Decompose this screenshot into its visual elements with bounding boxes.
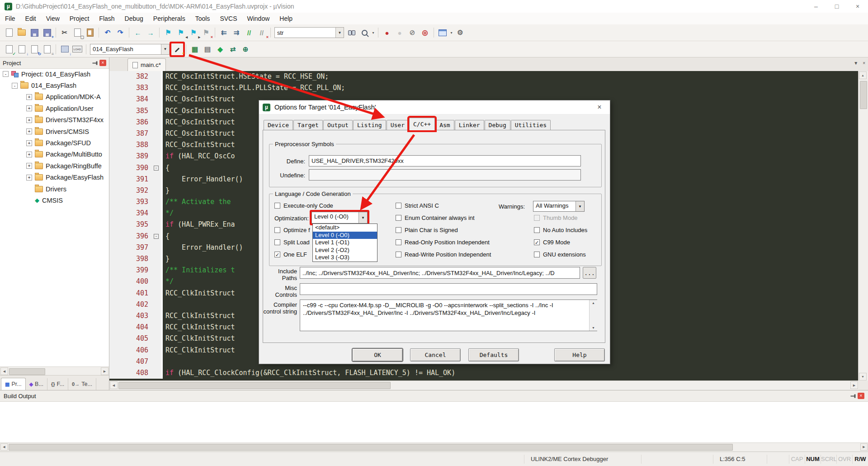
- tree-item-drivers-cmsis[interactable]: +Drivers/CMSIS: [0, 126, 109, 137]
- translate-icon[interactable]: ✓: [3, 43, 15, 55]
- dropdown-arrow-icon[interactable]: ▼: [359, 212, 367, 223]
- tab-list-chevron-icon[interactable]: ▼: [854, 61, 858, 66]
- checkbox-split-load[interactable]: Split Load: [274, 239, 310, 246]
- build-output-close-icon[interactable]: ×: [858, 393, 864, 399]
- checkbox-strict-ansi-c[interactable]: Strict ANSI C: [396, 202, 439, 209]
- menu-tools[interactable]: Tools: [190, 13, 215, 24]
- menu-svcs[interactable]: SVCS: [215, 13, 242, 24]
- scroll-right-icon[interactable]: ▶: [101, 367, 108, 375]
- dialog-tab-output[interactable]: Output: [323, 120, 353, 130]
- tree-item-package-easyflash[interactable]: +Package/EasyFlash: [0, 172, 109, 183]
- disable-all-breakpoints-icon[interactable]: ⊘: [406, 27, 418, 38]
- menu-peripherals[interactable]: Peripherals: [148, 13, 190, 24]
- close-button[interactable]: ×: [847, 0, 868, 13]
- dropdown-option-level-1-o1[interactable]: Level 1 (-O1): [313, 239, 377, 247]
- minimize-button[interactable]: –: [806, 0, 826, 13]
- manage-rte-icon[interactable]: ◆: [214, 43, 226, 55]
- scroll-up-icon[interactable]: ▲: [592, 300, 595, 306]
- ok-button[interactable]: OK: [352, 348, 403, 361]
- find-icon[interactable]: [359, 27, 370, 38]
- tree-item-package-multibutto[interactable]: +Package/MultiButto: [0, 149, 109, 160]
- scroll-right-icon[interactable]: ▶: [860, 443, 868, 451]
- open-folder-icon[interactable]: [16, 27, 28, 38]
- checkbox-execute-only-code[interactable]: Execute-only Code: [274, 202, 333, 209]
- fold-marker-icon[interactable]: -: [154, 166, 159, 171]
- editor-close-icon[interactable]: ×: [863, 61, 865, 66]
- tree-item-package-sfud[interactable]: +Package/SFUD: [0, 137, 109, 148]
- tree-item-014-easyflash[interactable]: -014_EasyFlash: [0, 80, 109, 91]
- menu-file[interactable]: File: [0, 13, 20, 24]
- paste-icon[interactable]: [84, 27, 96, 38]
- build-output-h-scrollbar[interactable]: ◀ ▶: [0, 442, 868, 452]
- dialog-tab-user[interactable]: User: [387, 120, 409, 130]
- expand-icon[interactable]: +: [26, 175, 32, 181]
- scrollbar-thumb[interactable]: [118, 382, 391, 389]
- dialog-tab-c-c[interactable]: C/C++: [409, 118, 435, 130]
- undo-icon[interactable]: ↶: [102, 27, 113, 38]
- find-in-files-icon[interactable]: [346, 27, 358, 38]
- target-select[interactable]: 014_EasyFlash▼: [90, 44, 170, 55]
- search-box[interactable]: str▼: [274, 27, 344, 38]
- expand-icon[interactable]: +: [26, 163, 32, 169]
- warnings-select[interactable]: All Warnings ▼: [533, 201, 585, 212]
- menu-window[interactable]: Window: [242, 13, 275, 24]
- dialog-tab-linker[interactable]: Linker: [455, 120, 484, 130]
- scroll-left-icon[interactable]: ◀: [0, 367, 8, 375]
- checkbox-optimize-f[interactable]: Optimize f: [274, 227, 310, 233]
- navigate-back-icon[interactable]: ←: [132, 27, 144, 38]
- include-paths-input[interactable]: ../Inc; ../Drivers/STM32F4xx_HAL_Driver/…: [300, 267, 580, 279]
- menu-edit[interactable]: Edit: [20, 13, 41, 24]
- download-icon[interactable]: ↓: [59, 43, 71, 55]
- toggle-bookmark-icon[interactable]: ⚑: [162, 27, 174, 38]
- misc-controls-input[interactable]: [300, 283, 597, 295]
- file-extensions-icon[interactable]: ▤: [202, 43, 213, 55]
- dialog-tab-device[interactable]: Device: [264, 120, 293, 130]
- scroll-left-icon[interactable]: ◀: [110, 381, 118, 389]
- checkbox-c99-mode[interactable]: ✓C99 Mode: [534, 239, 570, 246]
- tree-item-project-014-easyflash[interactable]: -Project: 014_EasyFlash: [0, 68, 109, 80]
- fold-marker-icon[interactable]: -: [154, 234, 159, 239]
- dropdown-arrow-icon[interactable]: ▼: [335, 28, 344, 38]
- scrollbar-thumb[interactable]: [9, 368, 45, 375]
- pin-icon[interactable]: [851, 395, 855, 396]
- defaults-button[interactable]: Defaults: [468, 348, 519, 361]
- uncomment-icon[interactable]: //×: [256, 27, 268, 38]
- prev-bookmark-icon[interactable]: ⚑◂: [175, 27, 187, 38]
- save-icon[interactable]: [28, 27, 40, 38]
- cancel-button[interactable]: Cancel: [410, 348, 461, 361]
- optimization-select[interactable]: Level 0 (-O0) ▼: [311, 212, 368, 223]
- menu-flash[interactable]: Flash: [94, 13, 119, 24]
- tree-item-drivers[interactable]: Drivers: [0, 183, 109, 195]
- scrollbar-thumb[interactable]: [9, 444, 733, 451]
- dialog-close-icon[interactable]: ×: [593, 103, 606, 111]
- functions-tab[interactable]: {}F...: [47, 378, 68, 390]
- menu-help[interactable]: Help: [274, 13, 297, 24]
- checkbox-gnu-extensions[interactable]: GNU extensions: [534, 251, 586, 258]
- menu-debug[interactable]: Debug: [120, 13, 148, 24]
- checkbox-plain-char-is-signed[interactable]: Plain Char is Signed: [396, 227, 458, 233]
- expand-icon[interactable]: +: [26, 94, 32, 100]
- enable-breakpoint-icon[interactable]: ●: [394, 27, 406, 38]
- collapse-icon[interactable]: -: [12, 83, 18, 89]
- configure-icon[interactable]: ⚙: [454, 27, 466, 38]
- expand-icon[interactable]: +: [26, 140, 32, 146]
- checkbox-read-only-position-independent[interactable]: Read-Only Position Independent: [396, 239, 490, 246]
- tree-item-application-mdk-a[interactable]: +Application/MDK-A: [0, 91, 109, 103]
- clear-bookmarks-icon[interactable]: ⚑×: [200, 27, 212, 38]
- manage-components-icon[interactable]: ▦: [189, 43, 201, 55]
- scroll-down-icon[interactable]: ▼: [859, 373, 867, 380]
- expand-icon[interactable]: +: [26, 117, 32, 123]
- unindent-icon[interactable]: ⇇: [218, 27, 230, 38]
- dialog-tab-listing[interactable]: Listing: [353, 120, 386, 130]
- menu-view[interactable]: View: [41, 13, 65, 24]
- include-paths-browse-button[interactable]: ...: [583, 267, 596, 279]
- dropdown-arrow-icon[interactable]: ▾: [449, 31, 454, 35]
- checkbox-enum-container-always-int[interactable]: Enum Container always int: [396, 214, 475, 221]
- select-packs-icon[interactable]: ⇄: [227, 43, 239, 55]
- new-file-icon[interactable]: [3, 27, 15, 38]
- dialog-tab-debug[interactable]: Debug: [485, 120, 510, 130]
- dropdown-option-level-0-o0[interactable]: Level 0 (-O0): [313, 232, 377, 239]
- scroll-down-icon[interactable]: ▼: [592, 325, 595, 331]
- checkbox-one-elf[interactable]: ✓One ELF: [274, 251, 307, 258]
- scroll-left-icon[interactable]: ◀: [0, 443, 8, 451]
